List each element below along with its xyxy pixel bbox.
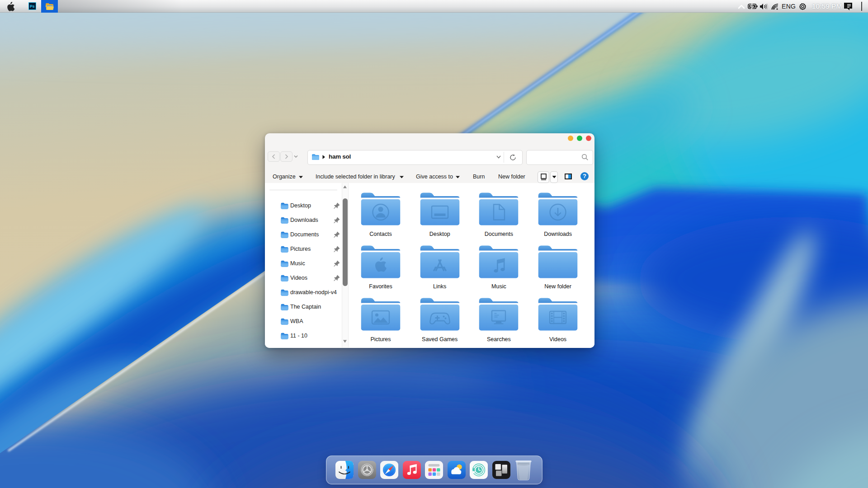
- svg-text:Ps: Ps: [30, 4, 35, 9]
